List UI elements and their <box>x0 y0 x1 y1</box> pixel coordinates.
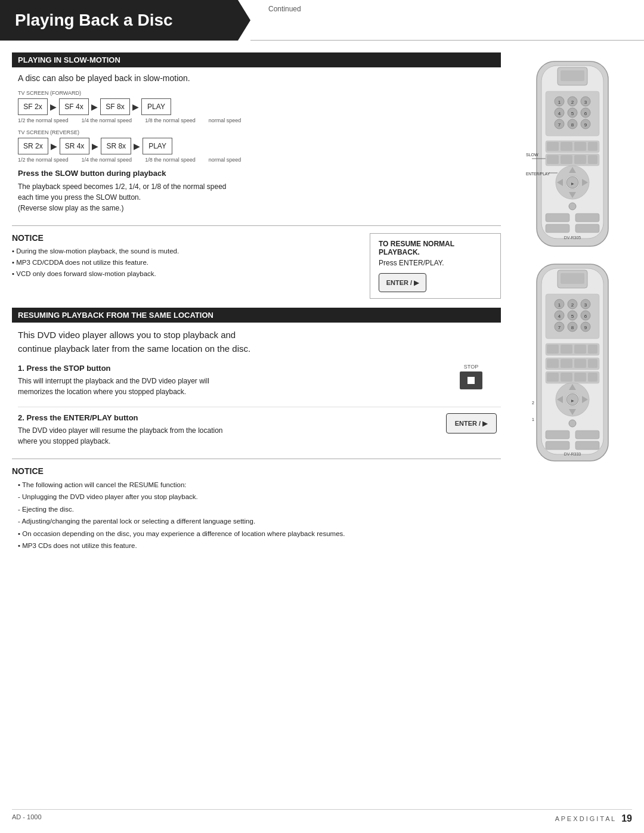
svg-text:6: 6 <box>584 111 587 116</box>
flow-arrow-3: ▶ <box>132 102 139 112</box>
step-1-text: 1. Press the STOP button This will inter… <box>18 364 441 397</box>
flow-arrow-5: ▶ <box>92 141 98 151</box>
left-column: PLAYING IN SLOW-MOTION A disc can also b… <box>12 52 513 563</box>
notice-bottom-items: • The following action will cancel the R… <box>12 479 501 551</box>
svg-text:1: 1 <box>532 417 534 422</box>
slow-motion-header: PLAYING IN SLOW-MOTION <box>12 52 501 67</box>
footer-right: A P E X D I G I T A L 19 <box>555 813 632 824</box>
step-2-text: 2. Press the ENTER/PLAY button The DVD v… <box>18 413 441 447</box>
svg-text:2: 2 <box>571 100 574 105</box>
enter-play-symbol-top: ENTER / ▶ <box>386 279 419 287</box>
svg-rect-3 <box>561 70 584 81</box>
slow-motion-section: PLAYING IN SLOW-MOTION A disc can also b… <box>12 52 501 213</box>
svg-rect-33 <box>574 155 586 164</box>
continued-text: Continued <box>268 5 644 13</box>
notice-item-2: • MP3 CD/CDDA does not utilize this feat… <box>12 258 358 267</box>
notice-bottom-item-5: • MP3 CDs does not utilize this feature. <box>18 540 501 551</box>
flow-arrow-1: ▶ <box>50 102 57 112</box>
svg-rect-25 <box>561 142 572 151</box>
footer-left: AD - 1000 <box>12 813 42 824</box>
svg-text:SLOW: SLOW <box>526 153 538 157</box>
svg-text:5: 5 <box>571 111 574 116</box>
flow-box-play-fwd: PLAY <box>141 98 171 115</box>
press-slow-desc1: The playback speed becomes 1/2, 1/4, or … <box>12 181 501 192</box>
svg-rect-27 <box>588 142 597 151</box>
svg-rect-87 <box>574 373 586 382</box>
svg-rect-34 <box>588 155 597 164</box>
enter-play-button-top: ENTER / ▶ <box>379 273 426 292</box>
flow-arrow-2: ▶ <box>91 102 98 112</box>
svg-rect-86 <box>561 373 572 382</box>
reverse-flow-diagram: SR 2x ▶ SR 4x ▶ SR 8x ▶ PLAY <box>12 138 501 154</box>
flow-box-sr4x: SR 4x <box>60 138 90 154</box>
step-1-section: 1. Press the STOP button This will inter… <box>12 364 501 397</box>
page-header: Playing Back a Disc Continued <box>0 0 644 41</box>
flow-arrow-6: ▶ <box>134 141 140 151</box>
rev-speed-3: 1/8 the normal speed <box>145 157 196 163</box>
svg-point-99 <box>569 420 576 427</box>
step-2-section: 2. Press the ENTER/PLAY button The DVD v… <box>12 413 501 447</box>
fwd-speed-4: normal speed <box>209 117 242 123</box>
reverse-speed-labels: 1/2 the normal speed 1/4 the normal spee… <box>12 157 501 163</box>
svg-rect-46 <box>546 213 569 222</box>
svg-rect-81 <box>561 359 572 368</box>
svg-text:2: 2 <box>532 401 534 405</box>
svg-text:4: 4 <box>558 314 561 319</box>
step-2-desc1: The DVD video player will resume the pla… <box>18 425 441 436</box>
svg-rect-85 <box>547 373 559 382</box>
step-1-desc2: memorizes the location where you stopped… <box>18 386 441 397</box>
svg-rect-77 <box>574 345 586 354</box>
remote-top-svg: 1 2 3 4 5 6 7 8 9 <box>525 58 620 249</box>
flow-box-sr8x: SR 8x <box>101 138 131 154</box>
svg-rect-76 <box>561 345 572 354</box>
svg-rect-48 <box>546 224 569 233</box>
svg-rect-24 <box>547 142 559 151</box>
svg-text:1: 1 <box>558 100 561 105</box>
svg-rect-83 <box>588 359 597 368</box>
svg-text:▶: ▶ <box>571 182 574 185</box>
resume-section-header: RESUMING PLAYBACK FROM THE SAME LOCATION <box>12 308 501 323</box>
stop-label: STOP <box>464 364 478 370</box>
step-1-title: 1. Press the STOP button <box>18 364 441 373</box>
svg-text:7: 7 <box>558 122 561 128</box>
notice-bottom-section: NOTICE • The following action will cance… <box>12 459 501 551</box>
svg-text:2: 2 <box>571 302 574 308</box>
step-2-desc2: where you stopped playback. <box>18 436 441 447</box>
press-slow-desc2: each time you press the SLOW button. <box>12 192 501 203</box>
step-1-icon-area: STOP <box>441 364 501 389</box>
svg-rect-102 <box>546 441 569 450</box>
rev-speed-1: 1/2 the normal speed <box>18 157 69 163</box>
svg-rect-101 <box>575 431 599 439</box>
remote-bottom-container: 1 2 3 4 5 6 7 8 9 <box>521 261 625 464</box>
flow-box-sf8x: SF 8x <box>100 98 130 115</box>
svg-rect-103 <box>575 441 599 450</box>
step-divider <box>18 407 501 407</box>
forward-speed-labels: 1/2 the normal speed 1/4 the normal spee… <box>12 117 501 123</box>
enter-play-button-bottom: ENTER / ▶ <box>446 413 497 433</box>
resume-intro-1: This DVD video player allows you to stop… <box>12 329 501 355</box>
notice-bottom-item-4: • On occasion depending on the disc, you… <box>18 528 501 539</box>
flow-box-sf2x: SF 2x <box>18 98 48 115</box>
page-footer: AD - 1000 A P E X D I G I T A L A P E X … <box>12 809 632 824</box>
svg-rect-82 <box>574 359 586 368</box>
svg-point-45 <box>569 203 576 210</box>
notice-top-left: NOTICE • During the slow-motion playback… <box>12 233 358 299</box>
svg-text:3: 3 <box>584 302 587 308</box>
forward-label: TV SCREEN (FORWARD) <box>12 90 501 96</box>
main-content: PLAYING IN SLOW-MOTION A disc can also b… <box>0 52 644 563</box>
notice-item-3: • VCD only does forward slow-motion play… <box>12 269 358 278</box>
svg-rect-49 <box>575 224 599 233</box>
svg-text:9: 9 <box>584 325 587 330</box>
svg-rect-100 <box>546 431 569 439</box>
notice-top-title: NOTICE <box>12 233 358 243</box>
resume-normal-desc: Press ENTER/PLAY. <box>379 259 444 267</box>
svg-rect-78 <box>588 345 597 354</box>
svg-text:3: 3 <box>584 100 587 105</box>
step-2-icon-area: ENTER / ▶ <box>441 413 501 433</box>
notice-bottom-item-2: - Ejecting the disc. <box>18 504 501 515</box>
rev-speed-2: 1/4 the normal speed <box>82 157 132 163</box>
svg-rect-31 <box>547 155 559 164</box>
resume-section: RESUMING PLAYBACK FROM THE SAME LOCATION… <box>12 308 501 447</box>
step-2-title: 2. Press the ENTER/PLAY button <box>18 413 441 422</box>
svg-text:1: 1 <box>558 302 561 308</box>
